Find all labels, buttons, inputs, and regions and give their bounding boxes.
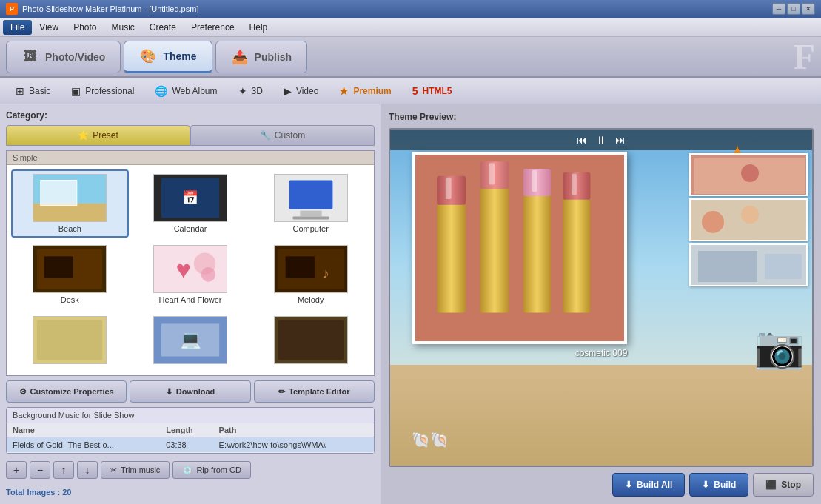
menu-bar: File View Photo Music Create Preference … xyxy=(0,18,821,37)
col-name: Name xyxy=(7,423,160,437)
svg-rect-31 xyxy=(480,183,509,312)
theme-label: Theme xyxy=(163,50,196,62)
preview-sand xyxy=(390,365,812,466)
subtab-premium[interactable]: ★ Premium xyxy=(329,81,401,101)
svg-rect-49 xyxy=(765,254,802,279)
photo-collage xyxy=(686,150,812,289)
subtab-basic[interactable]: ⊞ Basic xyxy=(6,81,60,101)
theme-heart-name: Heart And Flower xyxy=(159,295,222,304)
music-name: Fields of Gold- The Best o... xyxy=(7,437,160,453)
content-area: Category: ⭐ Preset 🔧 Custom Simple xyxy=(0,104,821,504)
subtab-webalbum[interactable]: 🌐 Web Album xyxy=(145,81,227,101)
subtab-html5[interactable]: 5 HTML5 xyxy=(403,81,462,101)
menu-help[interactable]: Help xyxy=(242,20,275,35)
theme-9-thumb xyxy=(274,316,348,364)
publish-tab[interactable]: 📤 Publish xyxy=(215,41,308,73)
stop-button[interactable]: ⬛ Stop xyxy=(753,473,814,497)
svg-rect-8 xyxy=(300,211,321,217)
theme-calendar-thumb: 📅 xyxy=(153,174,227,222)
webalbum-icon: 🌐 xyxy=(155,85,167,97)
camera-decoration: 📷 xyxy=(754,323,805,372)
html5-label: HTML5 xyxy=(423,86,452,96)
title-bar: P Photo Slideshow Maker Platinum - [Unti… xyxy=(0,0,821,18)
svg-point-16 xyxy=(201,267,216,282)
close-button[interactable]: ✕ xyxy=(802,3,815,15)
photo-video-tab[interactable]: 🖼 Photo/Video xyxy=(6,41,121,73)
remove-music-button[interactable]: − xyxy=(30,461,50,479)
pause-icon[interactable]: ⏸ xyxy=(596,134,606,146)
build-button[interactable]: ⬇ Build xyxy=(689,473,748,497)
theme-beach[interactable]: Beach xyxy=(11,169,129,238)
svg-rect-30 xyxy=(437,176,466,205)
customize-label: Customize Properties xyxy=(30,387,114,396)
video-label: Video xyxy=(296,86,318,96)
preset-tab-btn[interactable]: ⭐ Preset xyxy=(6,125,190,146)
theme-beach-thumb xyxy=(33,174,107,222)
svg-rect-19 xyxy=(285,256,314,278)
preview-label: Theme Preview: xyxy=(389,112,814,122)
star-icon: ⭐ xyxy=(78,130,89,141)
theme-7[interactable] xyxy=(11,312,129,371)
build-all-button[interactable]: ⬇ Build All xyxy=(612,473,685,497)
3d-label: 3D xyxy=(252,86,263,96)
3d-icon: ✦ xyxy=(238,85,247,97)
music-row[interactable]: Fields of Gold- The Best o... 03:38 E:\w… xyxy=(7,437,374,453)
trim-music-button[interactable]: ✂ Trim music xyxy=(101,461,170,479)
menu-music[interactable]: Music xyxy=(104,20,142,35)
theme-computer-thumb xyxy=(274,174,348,222)
rip-cd-button[interactable]: 💿 Rip from CD xyxy=(172,461,251,479)
build-all-label: Build All xyxy=(637,480,672,490)
move-up-button[interactable]: ↑ xyxy=(53,461,74,479)
menu-file[interactable]: File xyxy=(3,20,32,35)
trim-icon: ✂ xyxy=(110,466,117,475)
svg-rect-33 xyxy=(523,190,551,312)
left-panel: Category: ⭐ Preset 🔧 Custom Simple xyxy=(0,104,381,504)
custom-tab-btn[interactable]: 🔧 Custom xyxy=(190,125,375,146)
add-music-button[interactable]: + xyxy=(6,461,27,479)
customize-properties-button[interactable]: ⚙ Customize Properties xyxy=(6,380,127,403)
theme-calendar[interactable]: 📅 Calendar xyxy=(132,169,249,238)
menu-photo[interactable]: Photo xyxy=(66,20,104,35)
menu-view[interactable]: View xyxy=(32,20,66,35)
minimize-button[interactable]: ─ xyxy=(772,3,785,15)
prev-icon[interactable]: ⏮ xyxy=(577,134,587,146)
subtab-professional[interactable]: ▣ Professional xyxy=(61,81,144,101)
theme-heart-thumb: ♥ xyxy=(153,245,227,293)
subtab-video[interactable]: ▶ Video xyxy=(274,81,328,101)
theme-melody[interactable]: ♪ Melody xyxy=(252,241,369,309)
preview-frame: ⏮ ⏸ ⏭ ✦ xyxy=(389,128,814,467)
menu-create[interactable]: Create xyxy=(142,20,184,35)
menu-preference[interactable]: Preference xyxy=(184,20,242,35)
template-editor-button[interactable]: ✏ Template Editor xyxy=(254,380,375,403)
trim-label: Trim music xyxy=(121,466,160,474)
svg-rect-37 xyxy=(446,178,452,199)
photo-video-label: Photo/Video xyxy=(45,51,105,63)
theme-computer[interactable]: Computer xyxy=(252,169,369,238)
maximize-button[interactable]: □ xyxy=(787,3,800,15)
download-icon: ⬇ xyxy=(166,387,172,397)
rip-label: Rip from CD xyxy=(196,466,241,474)
gear-icon: ⚙ xyxy=(19,387,27,397)
theme-9[interactable] xyxy=(252,312,369,371)
svg-point-46 xyxy=(741,206,759,224)
svg-text:💻: 💻 xyxy=(179,329,201,350)
next-icon[interactable]: ⏭ xyxy=(615,134,626,146)
move-down-button[interactable]: ↓ xyxy=(77,461,98,479)
webalbum-label: Web Album xyxy=(172,86,217,96)
svg-rect-39 xyxy=(532,170,537,192)
music-header: Background Music for Slide Show xyxy=(7,408,374,423)
svg-rect-1 xyxy=(33,204,106,222)
main-toolbar: 🖼 Photo/Video 🎨 Theme 📤 Publish F xyxy=(0,37,821,78)
build-icon: ⬇ xyxy=(702,480,709,490)
professional-icon: ▣ xyxy=(71,85,81,97)
theme-heart-and-flower[interactable]: ♥ Heart And Flower xyxy=(132,241,249,309)
video-icon: ▶ xyxy=(284,85,292,97)
theme-tab[interactable]: 🎨 Theme xyxy=(124,41,212,73)
theme-desk[interactable]: Desk xyxy=(11,241,129,309)
svg-rect-22 xyxy=(37,320,102,360)
preview-content: ⏮ ⏸ ⏭ ✦ xyxy=(390,130,812,466)
theme-melody-thumb: ♪ xyxy=(274,245,348,293)
theme-8[interactable]: 💻 xyxy=(132,312,249,371)
subtab-3d[interactable]: ✦ 3D xyxy=(229,81,272,101)
download-button[interactable]: ⬇ Download xyxy=(130,380,250,403)
